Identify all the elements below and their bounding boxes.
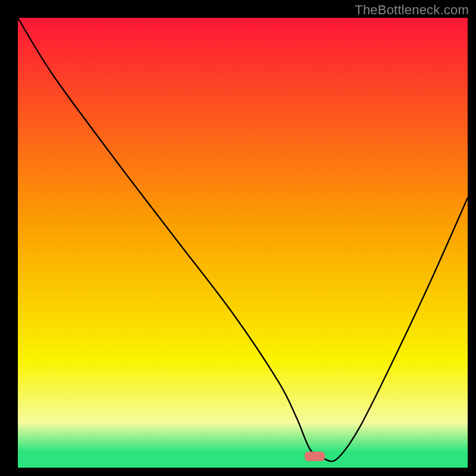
chart-container: TheBottleneck.com [0,0,476,476]
optimal-marker [305,452,325,462]
svg-rect-0 [18,18,468,468]
watermark: TheBottleneck.com [355,2,469,18]
background-gradient [18,18,468,468]
plot-area [18,18,468,468]
